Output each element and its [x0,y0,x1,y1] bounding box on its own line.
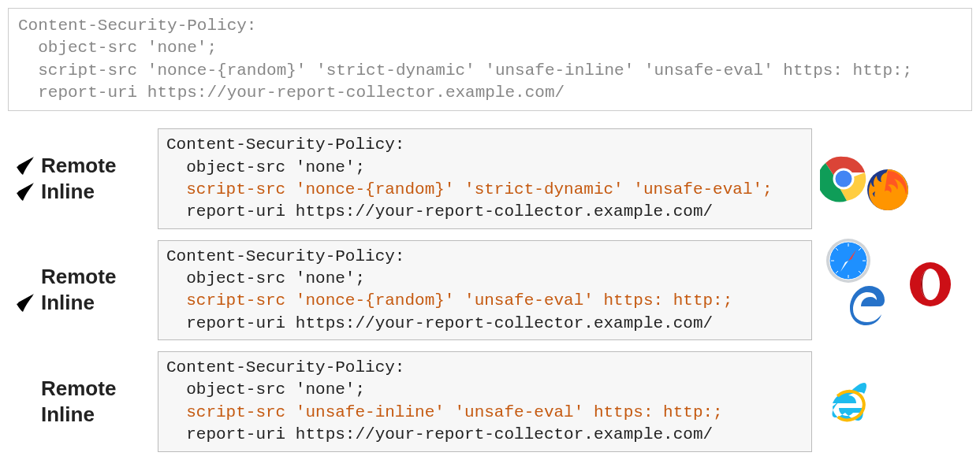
check-icon [13,154,36,178]
csp-row-chrome-firefox: Remote Inline Content-Security-Policy: o… [8,128,972,228]
opera-icon [907,261,954,308]
code-line-highlight: script-src 'nonce-{random}' 'unsafe-eval… [166,291,732,310]
remote-label: Remote [41,265,116,289]
code-line-highlight: script-src 'nonce-{random}' 'strict-dyna… [166,180,773,198]
firefox-icon [864,166,911,213]
check-icon [13,180,36,204]
browser-icons [820,378,872,425]
ie-icon [825,378,872,425]
protection-labels: Remote Inline [8,375,158,428]
code-line: object-src 'none'; [166,269,365,287]
code-line: Content-Security-Policy: [166,358,404,376]
code-line: object-src 'none'; [18,39,217,57]
browser-icons [820,237,962,284]
remote-label: Remote [41,154,116,178]
inline-label: Inline [41,180,95,204]
inline-label: Inline [41,291,95,315]
edge-icon [842,280,889,327]
code-line: object-src 'none'; [166,380,365,399]
code-line: script-src 'nonce-{random}' 'strict-dyna… [18,61,912,80]
protection-labels: Remote Inline [8,152,158,206]
code-line: report-uri https://your-report-collector… [18,83,565,102]
remote-label: Remote [41,376,116,401]
csp-effective-box: Content-Security-Policy: object-src 'non… [158,351,812,451]
code-line: object-src 'none'; [166,158,365,176]
csp-full-header-box: Content-Security-Policy: object-src 'non… [8,8,972,111]
protection-labels: Remote Inline [8,263,158,317]
csp-row-ie: Remote Inline Content-Security-Policy: o… [8,351,972,451]
cross-icon [13,376,36,400]
csp-effective-box: Content-Security-Policy: object-src 'non… [158,128,812,228]
code-line: Content-Security-Policy: [18,17,256,35]
code-line: report-uri https://your-report-collector… [166,425,713,443]
chrome-icon [820,155,867,202]
check-icon [13,291,36,315]
inline-label: Inline [41,402,95,427]
code-line-highlight: script-src 'unsafe-inline' 'unsafe-eval'… [166,403,723,421]
code-line: report-uri https://your-report-collector… [166,202,713,221]
cross-icon [13,402,36,426]
browser-icons [820,144,911,213]
csp-row-safari-edge-opera: Remote Inline Content-Security-Policy: o… [8,240,972,340]
csp-effective-box: Content-Security-Policy: object-src 'non… [158,240,812,340]
code-line: Content-Security-Policy: [166,135,404,154]
safari-icon [825,237,872,284]
code-line: report-uri https://your-report-collector… [166,314,713,332]
cross-icon [13,265,36,289]
code-line: Content-Security-Policy: [166,247,404,265]
